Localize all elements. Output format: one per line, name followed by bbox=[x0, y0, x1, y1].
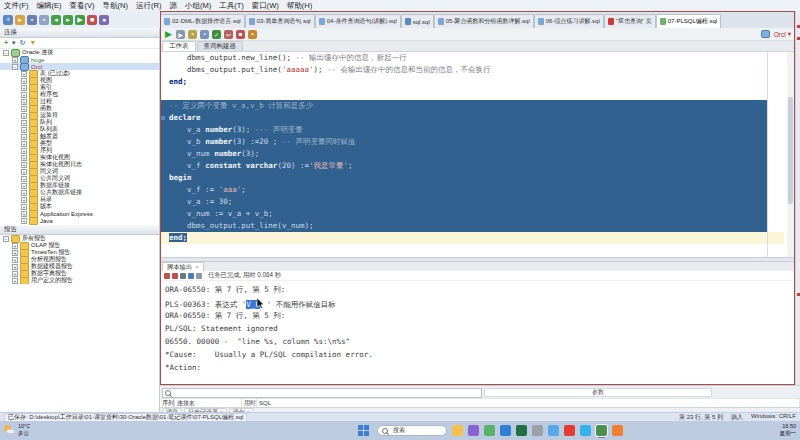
tree-item[interactable]: +运算符 bbox=[0, 112, 159, 119]
menu-item[interactable]: 编辑(E) bbox=[33, 1, 66, 11]
back-icon[interactable]: ◂ bbox=[51, 15, 61, 25]
menu-item[interactable]: 导航(N) bbox=[99, 1, 132, 11]
expander-icon[interactable]: + bbox=[21, 183, 27, 189]
tab-query-builder[interactable]: 查询构建器 bbox=[197, 41, 244, 51]
clear-output-icon[interactable] bbox=[196, 273, 202, 279]
menu-item[interactable]: 源 bbox=[165, 1, 181, 11]
menu-item[interactable]: 窗口(W) bbox=[248, 1, 283, 11]
connection-selector[interactable]: Orcl ▾ bbox=[761, 30, 791, 38]
expander-icon[interactable]: − bbox=[12, 64, 18, 70]
expander-icon[interactable]: + bbox=[21, 148, 27, 154]
save-icon[interactable]: ▪ bbox=[27, 15, 37, 25]
file-tab[interactable]: 04-条件查询语句(讲解).sql bbox=[315, 14, 401, 28]
tree-item[interactable]: +索引 bbox=[0, 84, 159, 91]
menu-item[interactable]: 工具(T) bbox=[215, 1, 248, 11]
expander-icon[interactable]: + bbox=[12, 57, 18, 63]
tree-item[interactable]: +数据建模器报告 bbox=[0, 263, 159, 270]
expander-icon[interactable]: + bbox=[12, 264, 18, 270]
menu-item[interactable]: 运行(R) bbox=[132, 1, 165, 11]
taskbar-app-edge[interactable] bbox=[580, 425, 591, 436]
expander-icon[interactable]: + bbox=[21, 127, 27, 133]
expander-icon[interactable]: + bbox=[21, 197, 27, 203]
save-output-icon[interactable] bbox=[180, 273, 186, 279]
taskbar-app-sqldeveloper[interactable] bbox=[596, 425, 607, 436]
scrollbar-thumb[interactable] bbox=[788, 97, 793, 204]
expander-icon[interactable]: + bbox=[21, 211, 27, 217]
tree-item[interactable]: +表 (已过滤) bbox=[0, 70, 159, 77]
expander-icon[interactable]: + bbox=[21, 169, 27, 175]
close-icon[interactable]: × bbox=[195, 264, 199, 270]
tree-item[interactable]: +序列 bbox=[0, 147, 159, 154]
taskbar-app-browser-blue[interactable] bbox=[500, 425, 511, 436]
expander-icon[interactable]: + bbox=[12, 243, 18, 249]
tree-item[interactable]: +分析视图报告 bbox=[0, 256, 159, 263]
file-tab[interactable]: 02-DML-数据操作语言.sql bbox=[160, 14, 245, 28]
column-header[interactable]: 序列 bbox=[160, 399, 175, 407]
expander-icon[interactable]: + bbox=[21, 99, 27, 105]
taskbar-app-screenshot-tool[interactable] bbox=[484, 425, 495, 436]
tree-item[interactable]: −Oracle 连接 bbox=[0, 49, 159, 56]
expander-icon[interactable]: + bbox=[21, 71, 27, 77]
taskbar-search[interactable]: 搜索 bbox=[377, 425, 447, 436]
menu-item[interactable]: 文件(F) bbox=[0, 1, 33, 11]
open-file-icon[interactable]: ▸ bbox=[15, 15, 25, 25]
expander-icon[interactable]: + bbox=[21, 113, 27, 119]
expander-icon[interactable]: + bbox=[21, 218, 27, 224]
tab-worksheet[interactable]: 工作表 bbox=[162, 41, 196, 51]
taskbar-app-excel[interactable] bbox=[516, 425, 527, 436]
tree-item[interactable]: +实体化视图日志 bbox=[0, 161, 159, 168]
tree-item[interactable]: +用户定义的报告 bbox=[0, 277, 159, 284]
expander-icon[interactable]: + bbox=[21, 204, 27, 210]
taskbar-app-orange-app[interactable] bbox=[612, 425, 623, 436]
tree-item[interactable]: +版本 bbox=[0, 203, 159, 210]
tree-item[interactable]: +类型 bbox=[0, 140, 159, 147]
expander-icon[interactable]: + bbox=[21, 85, 27, 91]
file-tab[interactable]: 03-简单查询语句.sql bbox=[245, 14, 315, 28]
stop-icon[interactable]: ■ bbox=[87, 15, 97, 25]
expander-icon[interactable]: + bbox=[21, 162, 27, 168]
tree-item[interactable]: +过程 bbox=[0, 98, 159, 105]
file-tab[interactable]: "双击查询" 页 bbox=[604, 14, 656, 28]
param-column-header[interactable]: 参数 bbox=[484, 388, 712, 397]
tree-item[interactable]: +触发器 bbox=[0, 133, 159, 140]
rollback-icon[interactable]: ↩ bbox=[224, 30, 233, 39]
expander-icon[interactable]: + bbox=[12, 257, 18, 263]
new-file-icon[interactable]: + bbox=[3, 15, 13, 25]
cancel-icon[interactable]: ■ bbox=[236, 30, 245, 39]
expander-icon[interactable]: + bbox=[21, 134, 27, 140]
edit-icon[interactable] bbox=[172, 273, 178, 279]
taskbar-app-settings[interactable] bbox=[532, 425, 543, 436]
expander-icon[interactable]: + bbox=[21, 120, 27, 126]
weather-widget[interactable]: 10°C 多云 bbox=[4, 423, 30, 437]
refresh-icon[interactable]: ↻ bbox=[20, 39, 26, 47]
taskbar-app-file-explorer[interactable] bbox=[452, 425, 463, 436]
clear-icon[interactable]: × bbox=[248, 30, 257, 39]
start-button[interactable] bbox=[358, 425, 369, 436]
file-tab[interactable]: 07-PLSQL编程.sql bbox=[656, 14, 721, 28]
tree-item[interactable]: +视图 bbox=[0, 77, 159, 84]
menu-item[interactable]: 小组(M) bbox=[181, 1, 215, 11]
menu-item[interactable]: 帮助(H) bbox=[283, 1, 316, 11]
search-input[interactable] bbox=[162, 388, 482, 398]
tree-item[interactable]: +程序包 bbox=[0, 91, 159, 98]
menu-item[interactable]: 查看(V) bbox=[66, 1, 99, 11]
tab-script-output[interactable]: 脚本输出 × bbox=[162, 262, 204, 271]
expander-icon[interactable]: + bbox=[21, 141, 27, 147]
column-header[interactable]: 用时 bbox=[242, 399, 257, 407]
forward-icon[interactable]: ▸ bbox=[63, 15, 73, 25]
tree-item[interactable]: +公共同义词 bbox=[0, 175, 159, 182]
tree-item[interactable]: +队列表 bbox=[0, 126, 159, 133]
add-connection-icon[interactable]: + bbox=[4, 39, 8, 47]
tree-item[interactable]: −所有报告 bbox=[0, 235, 159, 242]
tree-item[interactable]: +目录 bbox=[0, 196, 159, 203]
tree-item[interactable]: −Orcl bbox=[0, 63, 159, 70]
expander-icon[interactable]: + bbox=[12, 250, 18, 256]
taskbar-clock[interactable]: 16:50 星期一 bbox=[780, 423, 797, 437]
taskbar-app-cloud-drive[interactable] bbox=[548, 425, 559, 436]
run-icon[interactable]: ▶ bbox=[75, 15, 85, 25]
tree-item[interactable]: +函数 bbox=[0, 105, 159, 112]
tree-item[interactable]: +公共数据库链接 bbox=[0, 189, 159, 196]
editor-scrollbar[interactable] bbox=[787, 52, 794, 257]
dropdown-icon[interactable]: ▾ bbox=[12, 39, 16, 47]
tree-item[interactable]: +TimesTen 报告 bbox=[0, 249, 159, 256]
